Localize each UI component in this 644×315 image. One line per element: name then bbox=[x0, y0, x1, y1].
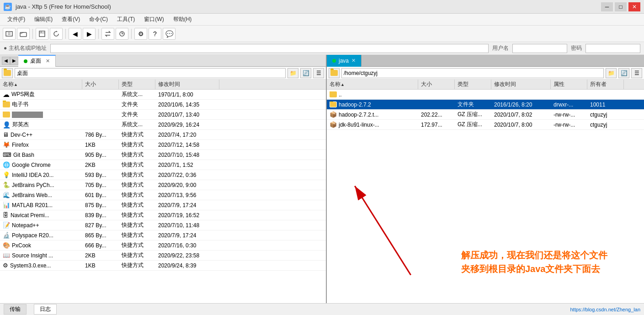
list-item[interactable]: 🐍 JetBrains PyCh... 705 By... 快捷方式 2020/… bbox=[0, 180, 326, 190]
file-date: 2020/9/20, 9:00 bbox=[155, 182, 219, 188]
tab-next-button[interactable]: ▶ bbox=[10, 57, 18, 65]
transfer-button[interactable] bbox=[101, 28, 114, 40]
list-item[interactable]: 🌊 JetBrains Web... 601 By... 快捷方式 2020/7… bbox=[0, 190, 326, 200]
right-col-header-date[interactable]: 修改时间 bbox=[491, 80, 551, 89]
file-type: 快捷方式 bbox=[119, 201, 155, 209]
right-col-header-name[interactable]: 名称 ▲ bbox=[327, 80, 418, 89]
status-tab-transfer[interactable]: 传输 bbox=[4, 304, 27, 315]
new-session-button[interactable] bbox=[3, 28, 16, 40]
tab-prev-button[interactable]: ◀ bbox=[2, 57, 10, 65]
list-item[interactable]: 📦 hadoop-2.7.2.t... 202.22... GZ 压缩... 2… bbox=[327, 110, 644, 120]
right-view-button[interactable]: ☰ bbox=[631, 68, 642, 78]
left-file-list[interactable]: ☁ WPS网盘 系统文... 1970/1/1, 8:00 电子书 文件夹 20… bbox=[0, 90, 326, 303]
file-type: 快捷方式 bbox=[119, 231, 155, 239]
menu-window[interactable]: 窗口(W) bbox=[140, 15, 167, 24]
list-item[interactable]: 📊 MATLAB R201... 875 By... 快捷方式 2020/7/9… bbox=[0, 200, 326, 210]
left-view-button[interactable]: ☰ bbox=[313, 68, 324, 78]
svg-rect-0 bbox=[6, 32, 12, 36]
menu-command[interactable]: 命令(C) bbox=[85, 15, 112, 24]
list-item[interactable]: ⚙ System3.0.exe... 1KB 快捷方式 2020/9/24, 8… bbox=[0, 261, 326, 271]
username-label: 用户名 bbox=[492, 44, 509, 52]
file-name-cell: 🌊 JetBrains Web... bbox=[0, 192, 82, 198]
host-input[interactable] bbox=[50, 44, 489, 53]
right-tab-java[interactable]: java ✕ bbox=[327, 55, 362, 67]
file-type: GZ 压缩... bbox=[455, 111, 491, 118]
file-name: System3.0.exe... bbox=[10, 262, 51, 269]
menu-tools[interactable]: 工具(T) bbox=[113, 15, 138, 24]
list-item[interactable]: .. bbox=[327, 90, 644, 100]
file-size: 827 By... bbox=[82, 222, 119, 229]
menu-help[interactable]: 帮助(H) bbox=[170, 15, 196, 24]
menu-file[interactable]: 文件(F) bbox=[4, 15, 29, 24]
left-tab-label: 桌面 bbox=[30, 57, 41, 65]
back-button[interactable]: ◀ bbox=[69, 28, 81, 40]
right-col-header-type[interactable]: 类型 bbox=[455, 80, 491, 89]
list-item[interactable]: 📖 Source Insight ... 2KB 快捷方式 2020/9/22,… bbox=[0, 251, 326, 261]
file-name: JetBrains PyCh... bbox=[12, 182, 54, 188]
file-size: 593 By... bbox=[82, 172, 119, 178]
right-col-header-size[interactable]: 大小 bbox=[418, 80, 455, 89]
list-item[interactable]: ☁ WPS网盘 系统文... 1970/1/1, 8:00 bbox=[0, 90, 326, 100]
left-tab-desktop[interactable]: 桌面 ✕ bbox=[18, 55, 56, 67]
col-header-type[interactable]: 类型 bbox=[119, 80, 155, 89]
list-item[interactable]: 🦊 Firefox 1KB 快捷方式 2020/7/12, 14:58 bbox=[0, 140, 326, 150]
list-item[interactable]: ████████ 文件夹 2020/10/7, 13:40 bbox=[0, 110, 326, 120]
right-col-header-owner[interactable]: 所有者 bbox=[587, 80, 624, 89]
list-item[interactable]: 🔬 Polyspace R20... 865 By... 快捷方式 2020/7… bbox=[0, 230, 326, 240]
file-type: 快捷方式 bbox=[119, 161, 155, 169]
right-folder-icon-btn[interactable] bbox=[329, 68, 340, 78]
right-col-header-attr[interactable]: 属性 bbox=[551, 80, 587, 89]
col-header-name[interactable]: 名称 ▲ bbox=[0, 80, 82, 89]
status-tab-log[interactable]: 日志 bbox=[34, 304, 57, 315]
left-refresh-button[interactable]: 🔄 bbox=[300, 68, 311, 78]
list-item[interactable]: 🌐 Google Chrome 2KB 快捷方式 2020/7/1, 1:52 bbox=[0, 160, 326, 170]
left-folder-icon-btn[interactable] bbox=[2, 68, 13, 78]
file-name-cell: 📝 Notepad++ bbox=[0, 222, 82, 229]
file-size: 2KB bbox=[82, 162, 119, 168]
toolbar-separator-3 bbox=[98, 29, 99, 39]
file-name-cell: 🎨 PxCook bbox=[0, 242, 82, 249]
help-button[interactable]: ? bbox=[149, 28, 161, 40]
username-input[interactable] bbox=[512, 44, 567, 53]
list-item[interactable]: 💡 IntelliJ IDEA 20... 593 By... 快捷方式 202… bbox=[0, 170, 326, 180]
forward-button[interactable]: ▶ bbox=[83, 28, 96, 40]
maximize-button[interactable]: □ bbox=[615, 2, 627, 11]
list-item[interactable]: 🎨 PxCook 666 By... 快捷方式 2020/7/16, 0:30 bbox=[0, 240, 326, 251]
list-item[interactable]: 电子书 文件夹 2020/10/6, 14:35 bbox=[0, 100, 326, 110]
sync-button[interactable] bbox=[116, 28, 128, 40]
folder-icon bbox=[4, 70, 11, 76]
list-item[interactable]: hadoop-2.7.2 文件夹 2016/1/26, 8:20 drwxr-.… bbox=[327, 100, 644, 110]
right-refresh-button[interactable]: 🔄 bbox=[618, 68, 629, 78]
menu-view[interactable]: 查看(V) bbox=[58, 15, 84, 24]
menu-edit[interactable]: 编辑(E) bbox=[31, 15, 56, 24]
minimize-button[interactable]: ─ bbox=[601, 2, 613, 11]
list-item[interactable]: 📦 jdk-8u91-linux-... 172.97... GZ 压缩... … bbox=[327, 120, 644, 130]
col-header-date[interactable]: 修改时间 bbox=[155, 80, 219, 89]
close-button[interactable]: ✕ bbox=[628, 2, 640, 11]
left-path-selector[interactable]: 桌面 bbox=[15, 68, 286, 78]
right-file-list[interactable]: .. hadoop-2.7.2 文件夹 2016/1/26, 8:20 drwx… bbox=[327, 90, 644, 172]
left-browse-button[interactable]: 📁 bbox=[287, 68, 298, 78]
file-name: hadoop-2.7.2.t... bbox=[339, 112, 378, 118]
right-tab-close-button[interactable]: ✕ bbox=[351, 58, 356, 64]
config-button[interactable] bbox=[36, 28, 48, 40]
open-button[interactable] bbox=[17, 28, 30, 40]
refresh-left-button[interactable] bbox=[50, 28, 63, 40]
list-item[interactable]: 📝 Notepad++ 827 By... 快捷方式 2020/7/10, 11… bbox=[0, 220, 326, 230]
file-attr: -rw-rw-... bbox=[551, 112, 587, 118]
file-name-cell: 🗄 Navicat Premi... bbox=[0, 212, 82, 219]
menu-bar: 文件(F) 编辑(E) 查看(V) 命令(C) 工具(T) 窗口(W) 帮助(H… bbox=[0, 14, 644, 26]
list-item[interactable]: 🖥 Dev-C++ 786 By... 快捷方式 2020/7/4, 17:20 bbox=[0, 130, 326, 140]
col-header-size[interactable]: 大小 bbox=[82, 80, 119, 89]
list-item[interactable]: 🗄 Navicat Premi... 839 By... 快捷方式 2020/7… bbox=[0, 210, 326, 220]
address-bar: ● 主机名或IP地址 用户名 密码 bbox=[0, 42, 644, 55]
file-name: Notepad++ bbox=[12, 222, 39, 229]
tab-close-button[interactable]: ✕ bbox=[46, 58, 50, 64]
list-item[interactable]: ⌨ Git Bash 905 By... 快捷方式 2020/7/10, 15:… bbox=[0, 150, 326, 160]
password-input[interactable] bbox=[585, 44, 640, 53]
settings-button[interactable]: ⚙ bbox=[134, 28, 147, 40]
right-browse-button[interactable]: 📁 bbox=[606, 68, 617, 78]
list-item[interactable]: 👤 郑英杰 系统文... 2020/9/29, 16:24 bbox=[0, 120, 326, 130]
chat-button[interactable]: 💬 bbox=[163, 28, 176, 40]
right-path-selector[interactable]: /home/ctguzyj bbox=[341, 68, 604, 78]
